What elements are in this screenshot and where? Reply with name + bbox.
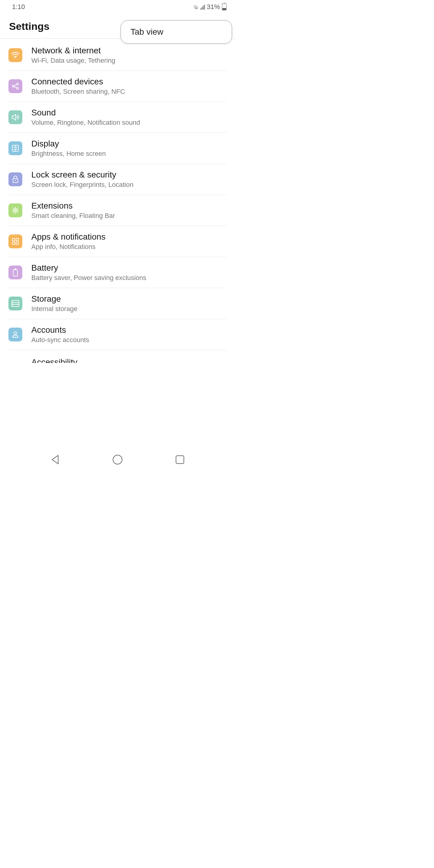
svg-point-4 [17,87,19,89]
battery-icon [222,3,227,10]
svg-point-16 [13,301,13,302]
status-bar: 1:10 31% [0,0,235,13]
item-title: Extensions [31,201,227,211]
sound-icon [8,110,22,124]
item-title: Accounts [31,325,227,335]
item-sub: Brightness, Home screen [31,150,227,158]
svg-rect-10 [16,239,19,241]
item-text: Battery Battery saver, Power saving excl… [31,263,227,282]
item-sub: Bluetooth, Screen sharing, NFC [31,88,227,96]
menu-item-tab-view[interactable]: Tab view [130,27,222,37]
item-title: Lock screen & security [31,170,227,180]
account-icon [8,328,22,341]
display-icon [8,141,22,155]
item-text: Lock screen & security Screen lock, Fing… [31,170,227,189]
storage-icon [8,297,22,310]
popup-menu[interactable]: Tab view [121,20,232,44]
lock-icon [8,173,22,186]
battery-icon [8,266,22,279]
item-sub: Volume, Ringtone, Notification sound [31,119,227,127]
svg-rect-21 [176,456,184,464]
item-text: Apps & notifications App info, Notificat… [31,232,227,251]
item-text: Storage Internal storage [31,294,227,313]
share-icon [8,79,22,93]
item-title: Connected devices [31,77,227,87]
item-title: Network & internet [31,46,227,56]
svg-rect-14 [14,269,16,270]
svg-rect-9 [12,239,15,241]
setting-item-accounts[interactable]: Accounts Auto-sync accounts [8,319,227,350]
item-sub: Battery saver, Power saving exclusions [31,274,227,282]
item-title: Storage [31,294,227,304]
setting-item-lock[interactable]: Lock screen & security Screen lock, Fing… [8,164,227,195]
setting-item-accessibility[interactable]: Accessibility [8,350,227,371]
status-right: 31% [193,3,227,11]
item-sub: Wi-Fi, Data usage, Tethering [31,57,227,64]
setting-item-apps[interactable]: Apps & notifications App info, Notificat… [8,226,227,257]
item-text: Display Brightness, Home screen [31,139,227,158]
wifi-icon [193,4,198,10]
svg-point-19 [14,332,17,335]
svg-rect-12 [16,242,19,244]
setting-item-display[interactable]: Display Brightness, Home screen [8,133,227,164]
svg-point-2 [12,85,14,87]
svg-point-17 [13,303,13,304]
item-title: Display [31,139,227,149]
apps-icon [8,235,22,248]
back-button[interactable] [50,454,61,465]
item-sub: Auto-sync accounts [31,336,227,344]
item-text: Accessibility [31,358,227,363]
setting-item-storage[interactable]: Storage Internal storage [8,288,227,319]
svg-point-3 [17,83,19,85]
item-title: Accessibility [31,358,227,363]
gear-icon [8,204,22,217]
item-sub: Internal storage [31,305,227,313]
settings-list: Network & internet Wi-Fi, Data usage, Te… [0,38,235,371]
item-sub: Screen lock, Fingerprints, Location [31,181,227,189]
item-sub: Smart cleaning, Floating Bar [31,212,227,220]
item-title: Apps & notifications [31,232,227,242]
setting-item-battery[interactable]: Battery Battery saver, Power saving excl… [8,257,227,288]
wifi-icon [8,48,22,62]
setting-item-sound[interactable]: Sound Volume, Ringtone, Notification sou… [8,102,227,133]
svg-point-0 [196,7,197,9]
item-title: Sound [31,108,227,118]
recents-button[interactable] [175,454,185,465]
svg-point-20 [113,455,122,464]
svg-rect-11 [12,242,15,244]
navigation-bar [0,449,235,470]
item-text: Extensions Smart cleaning, Floating Bar [31,201,227,220]
item-sub: App info, Notifications [31,243,227,251]
item-text: Network & internet Wi-Fi, Data usage, Te… [31,46,227,64]
svg-point-1 [15,57,16,58]
setting-item-connected[interactable]: Connected devices Bluetooth, Screen shar… [8,71,227,102]
svg-point-18 [13,305,13,306]
item-text: Accounts Auto-sync accounts [31,325,227,344]
svg-point-7 [15,180,16,181]
setting-item-extensions[interactable]: Extensions Smart cleaning, Floating Bar [8,195,227,226]
status-time: 1:10 [12,3,25,11]
item-text: Sound Volume, Ringtone, Notification sou… [31,108,227,127]
svg-rect-13 [13,270,18,276]
signal-icon [200,4,205,10]
item-title: Battery [31,263,227,273]
home-button[interactable] [112,454,123,465]
item-text: Connected devices Bluetooth, Screen shar… [31,77,227,96]
battery-percent: 31% [207,3,220,11]
